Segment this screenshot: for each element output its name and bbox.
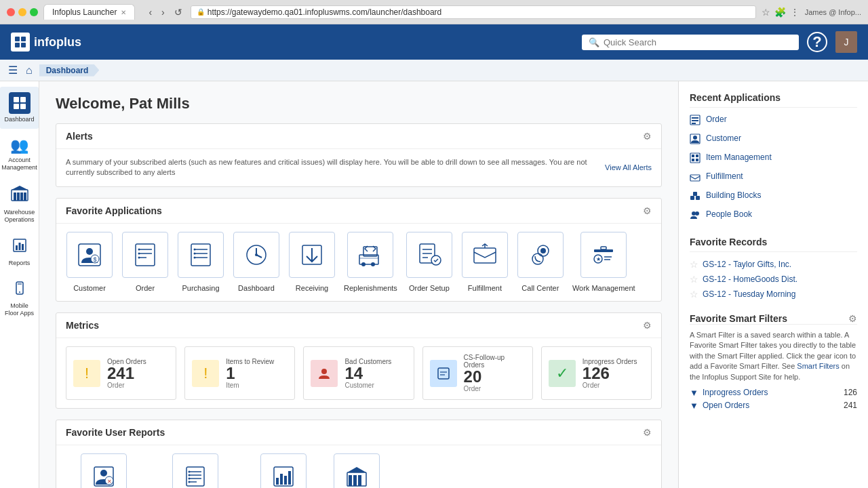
close-dot[interactable] <box>7 8 15 16</box>
app-order[interactable]: Order <box>121 232 169 293</box>
filter-inprogress-link[interactable]: Inprogress Orders <box>703 388 768 397</box>
fav-record-tuesday-morning-link[interactable]: GS-12 - Tuesday Morning <box>703 289 795 299</box>
search-bar[interactable]: 🔍 <box>582 35 799 50</box>
app-label: Replenishments <box>344 283 397 293</box>
recent-app-order-link[interactable]: Order <box>706 115 727 124</box>
dashboard-icon <box>9 92 31 114</box>
app-dashboard[interactable]: Dashboard <box>233 232 280 293</box>
smart-filter-header: Favorite Smart Filters ⚙ <box>690 313 857 324</box>
fav-record-taylor-link[interactable]: GS-12 - Taylor Gifts, Inc. <box>703 260 791 269</box>
recent-app-building-blocks[interactable]: Building Blocks <box>690 190 857 204</box>
svg-text:✕: ✕ <box>106 479 111 485</box>
bad-customers-sub: Customer <box>344 382 391 389</box>
sidebar-item-label: Warehouse Operations <box>3 209 36 224</box>
app-work-management[interactable]: ★ Work Management <box>572 232 635 293</box>
help-button[interactable]: ? <box>807 32 827 52</box>
report-warehouse[interactable]: Warehouse Report <box>326 453 388 488</box>
filter-open-link[interactable]: Open Orders <box>703 401 749 410</box>
svg-rect-83 <box>280 474 283 485</box>
tab-title: Infoplus Launcher <box>52 7 117 17</box>
svg-marker-13 <box>12 186 28 190</box>
svg-rect-101 <box>696 159 698 161</box>
star-icon[interactable]: ☆ <box>690 289 698 300</box>
sidebar-item-mobile-floor-apps[interactable]: Mobile Floor Apps <box>0 275 39 323</box>
recent-app-order[interactable]: Order <box>690 115 857 128</box>
address-bar[interactable]: 🔒 https://gatewaydemo.qa01.infopluswms.c… <box>191 5 756 19</box>
cs-followup-icon <box>430 360 457 387</box>
svg-rect-7 <box>20 104 26 109</box>
reload-button[interactable]: ↺ <box>172 5 185 19</box>
bad-customers-value: 14 <box>344 365 391 382</box>
svg-rect-89 <box>358 475 361 486</box>
recent-app-item-management[interactable]: Item Management <box>690 152 857 166</box>
recent-app-fulfillment-link[interactable]: Fulfillment <box>706 171 743 181</box>
dashboard-app-icon <box>233 232 279 278</box>
metrics-gear-icon[interactable]: ⚙ <box>643 320 652 331</box>
home-button[interactable]: ⌂ <box>24 63 34 78</box>
recent-app-item-management-link[interactable]: Item Management <box>706 152 772 162</box>
fulfillment-icon <box>690 171 701 185</box>
lock-icon: 🔒 <box>197 8 205 16</box>
metric-bad-customers[interactable]: Bad Customers 14 Customer <box>303 346 414 400</box>
app-receiving[interactable]: Receiving <box>288 232 336 293</box>
recent-app-customer[interactable]: Customer <box>690 134 857 147</box>
menu-toggle-button[interactable]: ☰ <box>7 62 19 78</box>
sidebar-item-reports[interactable]: Reports <box>0 232 39 272</box>
app-replenishments[interactable]: Replenishments <box>344 232 397 293</box>
inprogress-orders-value: 126 <box>583 365 637 382</box>
favorite-reports-gear-icon[interactable]: ⚙ <box>643 427 652 438</box>
metric-items-to-review[interactable]: ! Items to Review 1 Item <box>184 346 295 400</box>
app-customer[interactable]: $ Customer <box>66 232 113 293</box>
svg-point-79 <box>189 478 191 480</box>
smart-filters-gear-button[interactable]: ⚙ <box>848 313 857 324</box>
minimize-dot[interactable] <box>18 8 26 16</box>
bookmark-icon[interactable]: ☆ <box>762 7 770 18</box>
search-input[interactable] <box>604 37 792 47</box>
metric-cs-followup[interactable]: CS-Follow-up Orders 20 Order <box>422 346 533 400</box>
report-bad-customers[interactable]: ✕ Bad Customers Report <box>66 453 142 488</box>
open-orders-info: Open Orders 241 Order <box>107 358 146 389</box>
star-icon[interactable]: ☆ <box>690 259 698 270</box>
menu-icon[interactable]: ⋮ <box>790 7 800 18</box>
maximize-dot[interactable] <box>30 8 38 16</box>
svg-point-40 <box>255 253 258 256</box>
app-call-center[interactable]: Call Center <box>517 232 564 293</box>
back-button[interactable]: ‹ <box>146 5 155 19</box>
browser-tab[interactable]: Infoplus Launcher ✕ <box>43 4 135 20</box>
recent-app-people-book[interactable]: People Book <box>690 209 857 223</box>
sidebar-item-dashboard[interactable]: Dashboard <box>0 87 39 129</box>
sidebar-item-account-management[interactable]: 👥 Account Management <box>0 131 39 177</box>
app-fulfillment[interactable]: Fulfillment <box>461 232 509 293</box>
purchasing-app-icon <box>178 232 224 278</box>
svg-rect-46 <box>359 258 378 259</box>
bad-customers-report-icon: ✕ <box>81 453 127 488</box>
alerts-gear-icon[interactable]: ⚙ <box>643 131 652 142</box>
favorite-apps-gear-icon[interactable]: ⚙ <box>643 205 652 216</box>
app-purchasing[interactable]: Purchasing <box>177 232 224 293</box>
sidebar-item-warehouse-operations[interactable]: Warehouse Operations <box>0 179 39 229</box>
view-all-alerts-link[interactable]: View All Alerts <box>605 163 652 171</box>
star-icon[interactable]: ☆ <box>690 274 698 285</box>
svg-rect-0 <box>15 37 20 41</box>
recent-app-customer-link[interactable]: Customer <box>706 134 741 143</box>
metric-open-orders[interactable]: ! Open Orders 241 Order <box>66 346 176 400</box>
forward-button[interactable]: › <box>159 5 167 19</box>
app-order-setup[interactable]: Order Setup <box>406 232 453 293</box>
metric-inprogress-orders[interactable]: ✓ Inprogress Orders 126 Order <box>541 346 652 400</box>
fav-record-homegoods-link[interactable]: GS-12 - HomeGoods Dist. <box>703 274 797 284</box>
alerts-body: A summary of your subscribed alerts (suc… <box>56 149 661 186</box>
recent-app-people-book-link[interactable]: People Book <box>706 209 752 219</box>
smart-filters-link[interactable]: Smart Filters <box>797 362 839 370</box>
svg-point-96 <box>693 136 697 140</box>
report-open-orders[interactable]: Open Orders Report <box>250 453 317 488</box>
tab-close-button[interactable]: ✕ <box>121 9 126 16</box>
svg-rect-72 <box>186 467 204 486</box>
bad-customers-icon <box>311 360 338 387</box>
recent-app-building-blocks-link[interactable]: Building Blocks <box>706 190 761 200</box>
extensions-icon[interactable]: 🧩 <box>774 7 786 18</box>
main-layout: Dashboard 👥 Account Management Warehouse… <box>0 81 868 488</box>
report-q1-orders[interactable]: Q1 Orders by Order Source <box>150 453 241 488</box>
smart-filter-description: A Smart Filter is a saved search within … <box>690 330 857 382</box>
svg-point-36 <box>194 248 196 250</box>
recent-app-fulfillment[interactable]: Fulfillment <box>690 171 857 185</box>
